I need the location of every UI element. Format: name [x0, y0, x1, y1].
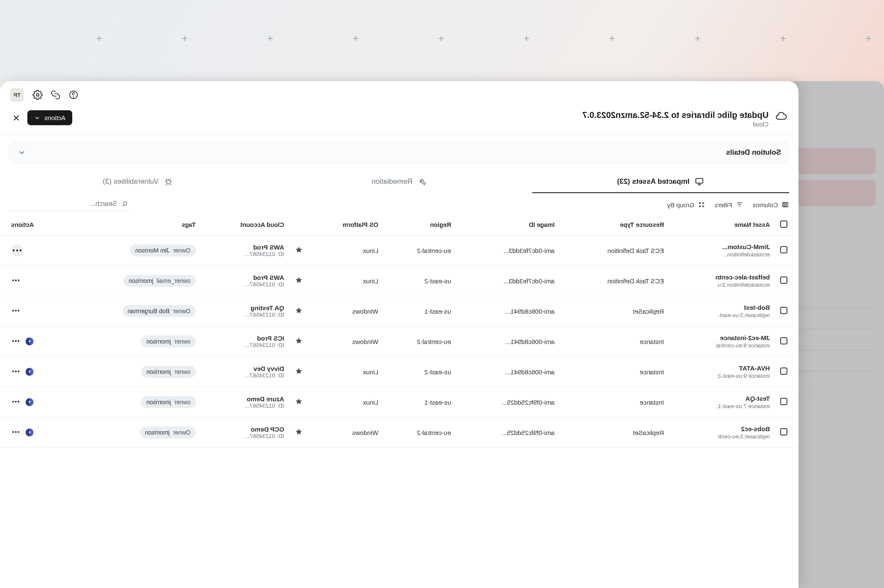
os-platform: Windows	[308, 326, 383, 357]
col-tags[interactable]: Tags	[64, 216, 200, 235]
row-checkbox[interactable]	[780, 337, 787, 344]
col-region[interactable]: Region	[383, 216, 456, 235]
col-asset-name[interactable]: Asset Name	[669, 216, 775, 235]
os-platform: Linux	[308, 266, 383, 296]
tag-pill[interactable]: Owner Jim Morrison	[130, 244, 195, 256]
chevron-down-icon	[18, 148, 26, 157]
asset-name: Test-QA	[674, 395, 770, 402]
favorite-star[interactable]	[289, 266, 308, 296]
row-menu-button[interactable]	[11, 427, 21, 438]
tab-remediation[interactable]: Remediation	[271, 171, 527, 193]
search-field[interactable]	[9, 198, 129, 211]
table-row[interactable]: Bobs-ec2replicaset:3:eu-centrReplicaSeta…	[0, 417, 799, 448]
integration-icon[interactable]: +	[25, 428, 34, 437]
account-id: ID: 01234567...	[206, 342, 284, 348]
table-row[interactable]: Bob-testreplicaset:3:us-east-ReplicaSeta…	[0, 296, 799, 326]
tag-pill[interactable]: owner_email jmorrison	[124, 275, 196, 287]
search-input[interactable]	[10, 200, 117, 208]
resource-type: Instance	[560, 357, 669, 387]
row-checkbox[interactable]	[780, 368, 787, 375]
tag-pill[interactable]: Owner Bob Burgerman	[123, 305, 196, 317]
panel-title: Update glibc libraries to 2.34-52.amzn20…	[582, 110, 769, 120]
user-avatar[interactable]: TP	[10, 88, 24, 102]
link-icon[interactable]	[50, 90, 61, 100]
integration-icon[interactable]: +	[25, 337, 34, 346]
tag-pill[interactable]: owner jmorrison	[141, 366, 196, 378]
col-os-platform[interactable]: OS Platform	[308, 216, 383, 235]
tag-pill[interactable]: Owner jmorrison	[140, 426, 196, 438]
favorite-star[interactable]	[289, 235, 308, 266]
favorite-star[interactable]	[289, 417, 308, 448]
asset-name: JimM-Custom...	[674, 243, 770, 250]
region: us-east-1	[383, 387, 456, 417]
tag-pill[interactable]: owner jmorrison	[141, 335, 196, 347]
solution-details-accordion[interactable]: Solution Details	[9, 142, 789, 163]
svg-point-20	[18, 310, 19, 311]
col-resource-type[interactable]: Resource Type	[560, 216, 669, 235]
asset-arn: instance:9:eu-central	[674, 342, 770, 349]
help-icon[interactable]	[68, 90, 79, 100]
solution-detail-panel: TP Update glibc libraries to 2.34-52.amz…	[0, 81, 799, 588]
svg-point-35	[12, 401, 14, 402]
row-checkbox[interactable]	[780, 398, 787, 405]
asset-arn: instance:9:us-east-2:	[674, 373, 770, 379]
svg-rect-8	[783, 203, 784, 207]
row-menu-button[interactable]	[11, 336, 21, 347]
row-menu-button[interactable]	[11, 306, 21, 317]
account-id: ID: 01234567...	[206, 433, 284, 439]
svg-point-22	[12, 310, 14, 311]
asset-name: JM-ec2-instance	[674, 334, 770, 341]
svg-point-39	[15, 431, 16, 432]
row-checkbox[interactable]	[780, 428, 787, 435]
asset-arn: ecstaskdefinition:3:u	[674, 282, 770, 288]
favorite-star[interactable]	[289, 296, 308, 326]
cloud-icon	[775, 110, 787, 122]
favorite-star[interactable]	[289, 357, 308, 387]
table-row[interactable]: belfast-alec-centnecstaskdefinition:3:uE…	[0, 266, 799, 296]
svg-point-29	[15, 370, 16, 372]
favorite-star[interactable]	[289, 326, 308, 357]
row-checkbox[interactable]	[780, 276, 787, 284]
table-row[interactable]: JM-ec2-instanceinstance:9:eu-centralInst…	[0, 326, 799, 357]
integration-icon[interactable]: +	[25, 367, 34, 376]
col-image-id[interactable]: Image ID	[456, 216, 560, 235]
svg-text:+: +	[28, 339, 31, 344]
tab-vulnerabilities[interactable]: Vulnerabilities (3)	[9, 171, 266, 193]
row-menu-button[interactable]	[11, 367, 21, 377]
table-row[interactable]: HVA-ATATinstance:9:us-east-2:Instanceami…	[0, 357, 799, 387]
integration-icon[interactable]: +	[25, 397, 34, 407]
svg-point-18	[15, 279, 16, 281]
image-id: ami-0f9fc25dd25...	[456, 387, 560, 417]
tab-impacted-assets[interactable]: Impacted Assets (23)	[532, 171, 789, 193]
panel-subtitle: Cloud	[582, 121, 769, 128]
groupby-control[interactable]: Group By	[667, 201, 705, 209]
filters-control[interactable]: Filters	[715, 201, 743, 209]
actions-button[interactable]: Actions	[27, 110, 72, 125]
select-all-checkbox[interactable]	[780, 220, 787, 228]
row-menu-button[interactable]	[11, 276, 21, 286]
svg-point-16	[13, 250, 15, 251]
region: eu-central-2	[383, 326, 456, 357]
asset-name: Bobs-ec2	[674, 425, 770, 432]
close-button[interactable]	[11, 113, 21, 123]
svg-point-15	[16, 250, 18, 251]
svg-point-24	[15, 340, 16, 341]
account-name: QA Testing	[206, 304, 284, 312]
row-menu-button[interactable]	[11, 397, 21, 408]
account-name: Azure Demo	[206, 395, 284, 403]
app-topbar: TP	[0, 81, 799, 102]
row-menu-button[interactable]	[11, 244, 23, 256]
table-row[interactable]: Test-QAinstance:7:us-east-1:Instanceami-…	[0, 387, 799, 417]
impacted-assets-table: Asset Name Resource Type Image ID Region…	[0, 216, 799, 448]
gear-icon[interactable]	[32, 90, 43, 100]
col-cloud-account[interactable]: Cloud Account	[201, 216, 289, 235]
row-checkbox[interactable]	[780, 307, 787, 314]
svg-rect-7	[784, 203, 786, 207]
svg-point-5	[166, 180, 170, 184]
columns-control[interactable]: Columns	[753, 201, 789, 209]
table-row[interactable]: JimM-Custom...ecstaskdefinition...ECS Ta…	[0, 235, 799, 266]
favorite-star[interactable]	[289, 387, 308, 417]
tag-pill[interactable]: owner jmorrison	[141, 396, 196, 408]
svg-text:+: +	[28, 369, 31, 374]
row-checkbox[interactable]	[780, 246, 787, 253]
